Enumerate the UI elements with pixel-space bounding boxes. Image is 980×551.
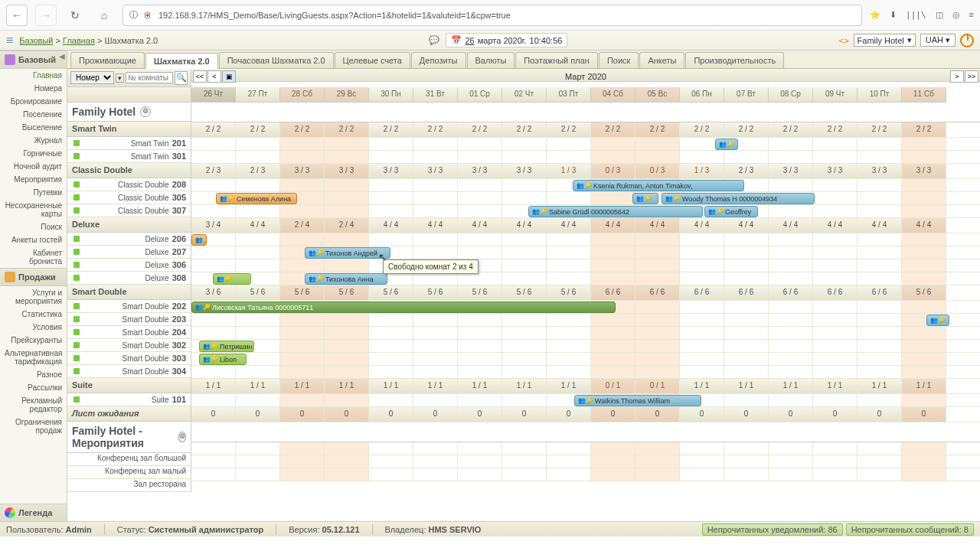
tab[interactable]: Анкеты [639, 52, 684, 68]
sidebar-item[interactable]: Поиск [0, 220, 67, 233]
room-label[interactable]: Deluxe 206 [67, 233, 191, 246]
booking-bar[interactable]: 👥🔑Libon [199, 354, 247, 365]
sidebar-item[interactable]: Бронирование [0, 95, 67, 108]
hotel-select[interactable]: Family Hotel▾ [854, 34, 916, 47]
room-label[interactable]: Smart Twin 201 [67, 137, 191, 150]
day-header[interactable]: 28 Сб [280, 87, 325, 103]
booking-bar[interactable]: 👥🔑Петришин [199, 341, 254, 352]
day-header[interactable]: 06 Пн [680, 87, 724, 103]
room-label[interactable]: Smart Double 204 [67, 326, 191, 339]
day-header[interactable]: 05 Вс [635, 87, 680, 103]
day-header[interactable]: 31 Вт [413, 87, 458, 103]
sidebar-icon[interactable]: ◫ [936, 10, 943, 20]
sidebar-item[interactable]: Главная [0, 69, 67, 82]
booking-bar[interactable]: 👥🔑 [926, 315, 949, 326]
next-fast-button[interactable]: >> [965, 70, 978, 83]
code-icon[interactable]: <> [839, 36, 849, 45]
booking-bar[interactable]: 👥🔑Watkins Thomas William [574, 395, 701, 406]
booking-bar[interactable]: 👥🔑Sabine Grüdl 0000005642 [528, 206, 703, 217]
sidebar-section-sales[interactable]: Продажи [0, 268, 67, 286]
day-header[interactable]: 29 Вс [325, 87, 369, 103]
room-label[interactable]: Smart Double 303 [67, 352, 191, 365]
booking-bar[interactable]: 👥🔑Ksenia Rukman, Anton Timakov, [573, 180, 744, 191]
today-button[interactable]: ▣ [222, 70, 236, 83]
sidebar-item[interactable]: Путевки [0, 186, 67, 199]
day-header[interactable]: 08 Ср [769, 87, 813, 103]
room-label[interactable]: Deluxe 306 [67, 259, 191, 272]
booking-bar[interactable]: 👥🔑Woody Thomas H 0000004934 [662, 193, 815, 204]
breadcrumb-home[interactable]: Главная [63, 36, 95, 45]
sidebar-item[interactable]: Мероприятия [0, 173, 67, 186]
bookmark-icon[interactable]: ⭐ [870, 10, 880, 20]
filter-type-select[interactable]: Номер [70, 71, 114, 84]
tab[interactable]: Проживающие [70, 52, 145, 68]
tab[interactable]: Валюты [467, 52, 515, 68]
booking-bar[interactable]: 👥🔑 [715, 139, 738, 150]
sidebar-item[interactable]: Ограничения продаж [0, 416, 67, 437]
tab[interactable]: Почасовая Шахматка 2.0 [219, 52, 334, 68]
booking-bar[interactable]: 👥🔑 [632, 193, 658, 204]
day-header[interactable]: 27 Пт [236, 87, 280, 103]
currency-select[interactable]: UAH ▾ [920, 34, 956, 47]
room-label[interactable]: Deluxe 207 [67, 246, 191, 259]
menu-icon[interactable]: ≡ [969, 10, 974, 20]
gear-icon[interactable]: ⚙ [178, 432, 186, 442]
room-label[interactable]: Classic Double 305 [67, 191, 191, 204]
event-label[interactable]: Конференц зал большой [67, 453, 191, 466]
sidebar-item[interactable]: Статистика [0, 308, 67, 321]
booking-bar[interactable]: 👥🔑 [191, 234, 207, 246]
sidebar-item[interactable]: Несохраненные карты [0, 199, 67, 220]
day-header[interactable]: 07 Вт [724, 87, 769, 103]
room-label[interactable]: Smart Double 304 [67, 365, 191, 378]
room-label[interactable]: Smart Double 302 [67, 339, 191, 352]
room-label[interactable]: Classic Double 307 [67, 204, 191, 217]
date-widget[interactable]: 📅 26 марта 2020г. 10:40:56 [446, 33, 567, 47]
sidebar-item[interactable]: Прейскуранты [0, 334, 67, 347]
room-number-input[interactable] [126, 72, 173, 83]
sidebar-item[interactable]: Журнал [0, 134, 67, 147]
sidebar-item[interactable]: Горничные [0, 147, 67, 160]
room-label[interactable]: Deluxe 308 [67, 272, 191, 285]
legend-button[interactable]: Легенда [0, 504, 67, 521]
tracking-icon[interactable]: ◎ [952, 10, 960, 20]
sidebar-item[interactable]: Анкеты гостей [0, 233, 67, 246]
sidebar-section-basic[interactable]: Базовый [0, 51, 67, 69]
tab[interactable]: Шахматка 2.0 [145, 53, 218, 69]
day-header[interactable]: 09 Чт [813, 87, 858, 103]
tab[interactable]: Целевые счета [335, 52, 410, 68]
room-label[interactable]: Smart Double 203 [67, 313, 191, 326]
prev-button[interactable]: < [207, 70, 221, 83]
sidebar-item[interactable]: Рекламный редактор [0, 394, 67, 416]
room-label[interactable]: Classic Double 208 [67, 178, 191, 191]
notifications-badge[interactable]: Непрочитанных уведомлений: 86 [702, 523, 843, 536]
booking-bar[interactable]: 👥🔑Тихонов Андрей [305, 247, 390, 259]
prev-fast-button[interactable]: << [193, 70, 207, 83]
day-header[interactable]: 04 Сб [591, 87, 635, 103]
hamburger-icon[interactable]: ≡ [6, 34, 13, 47]
tab[interactable]: Депозиты [411, 52, 466, 68]
messages-badge[interactable]: Непрочитанных сообщений: 8 [846, 523, 974, 536]
day-header[interactable]: 11 Сб [902, 87, 946, 103]
next-button[interactable]: > [950, 70, 964, 83]
booking-bar[interactable]: 👥🔑 [213, 273, 251, 285]
home-button[interactable]: ⌂ [93, 5, 115, 26]
day-header[interactable]: 01 Ср [458, 87, 502, 103]
event-label[interactable]: Конференц зал малый [67, 466, 191, 479]
event-label[interactable]: Зал ресторана [67, 479, 191, 492]
chat-icon[interactable]: 💬 [429, 35, 439, 45]
forward-button[interactable]: → [35, 5, 57, 26]
library-icon[interactable]: |||\ [906, 10, 926, 20]
gear-icon[interactable]: ⚙ [140, 106, 151, 117]
download-icon[interactable]: ⬇ [890, 10, 897, 20]
sidebar-collapse-icon[interactable]: ◀ [59, 52, 65, 60]
booking-bar[interactable]: 👥🔑Лисовская Татьяна 0000005711 [191, 302, 616, 313]
sidebar-item[interactable]: Номера [0, 82, 67, 95]
booking-bar[interactable]: 👥🔑Семенова Алина [216, 193, 297, 204]
tab[interactable]: Поиск [599, 52, 639, 68]
back-button[interactable]: ← [6, 5, 28, 26]
sidebar-item[interactable]: Кабинет брониста [0, 246, 67, 268]
room-label[interactable]: Smart Double 202 [67, 300, 191, 313]
logout-button[interactable] [960, 34, 974, 47]
sidebar-item[interactable]: Условия [0, 321, 67, 334]
url-bar[interactable]: ⓘ ⛨ 192.168.9.17/HMS_Demo/Base/LivingGue… [122, 5, 862, 26]
